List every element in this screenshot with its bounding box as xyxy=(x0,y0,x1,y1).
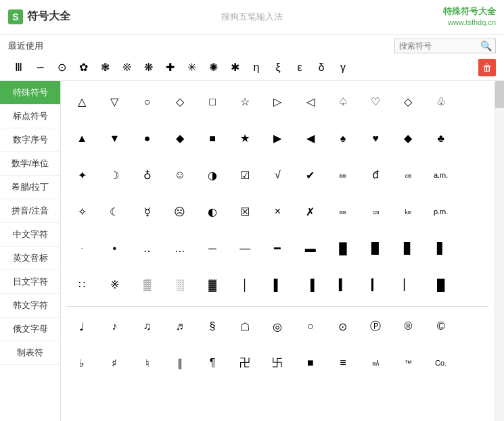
sym-block-full2[interactable]: █ xyxy=(426,270,457,301)
sym-block-1-8[interactable]: ▏ xyxy=(392,270,423,301)
sym-spade-outline[interactable]: ♤ xyxy=(327,86,359,118)
sym-pilcrow[interactable]: ¶ xyxy=(197,347,228,378)
sym-block-7-8[interactable]: ▉ xyxy=(360,233,391,264)
sym-club-filled[interactable]: ♣ xyxy=(426,123,457,154)
sym-registered[interactable]: ® xyxy=(392,311,423,342)
sym-em-dash[interactable]: — xyxy=(229,233,260,264)
sym-block-3-4[interactable]: ▊ xyxy=(392,233,423,264)
sidebar-item-math[interactable]: 数学/单位 xyxy=(0,152,60,176)
sym-x-heavy[interactable]: ✗ xyxy=(295,196,326,227)
sym-triple-bar[interactable]: ≡ xyxy=(327,347,359,378)
sym-grid-pattern[interactable]: ▒ xyxy=(131,270,162,301)
search-input[interactable] xyxy=(399,41,480,51)
scrollbar[interactable] xyxy=(495,81,504,421)
sym-rect-med[interactable]: ▬ xyxy=(295,233,326,264)
sym-dash-thick[interactable]: ━ xyxy=(262,233,293,264)
sym-square-filled[interactable]: ■ xyxy=(197,123,228,154)
sym-earth[interactable]: ♁ xyxy=(131,159,162,191)
sym-ma[interactable]: ㎃ xyxy=(360,347,391,378)
sym-diamond-outline[interactable]: ◇ xyxy=(164,86,196,118)
sym-crescent[interactable]: ☽ xyxy=(99,159,130,191)
sidebar-item-special[interactable]: 特殊符号 xyxy=(0,81,60,105)
sidebar-item-russian[interactable]: 俄文字母 xyxy=(0,318,60,341)
sym-reference[interactable]: ※ xyxy=(99,270,130,301)
sym-diamond2-outline[interactable]: ◇ xyxy=(392,86,423,118)
recent-sym-1[interactable]: Ⅲ xyxy=(8,57,28,78)
recent-sym-11[interactable]: ✱ xyxy=(225,57,245,78)
sym-circle-filled[interactable]: ● xyxy=(131,123,162,154)
sidebar-item-table[interactable]: 制表符 xyxy=(0,341,60,365)
sym-crescent2[interactable]: ☾ xyxy=(99,196,130,227)
recent-sym-13[interactable]: ξ xyxy=(268,57,288,78)
sym-square-black[interactable]: ■ xyxy=(295,347,326,378)
sym-gear-outline[interactable]: ✦ xyxy=(66,159,97,191)
sym-block-5-8[interactable]: ▋ xyxy=(426,233,457,264)
sym-four-dots[interactable]: ∷ xyxy=(66,270,97,301)
sym-club-outline[interactable]: ♧ xyxy=(426,86,457,118)
sym-bullet[interactable]: • xyxy=(99,233,130,264)
recent-sym-10[interactable]: ✺ xyxy=(203,57,223,78)
sym-vert-bar[interactable]: │ xyxy=(229,270,260,301)
sym-circle-dot[interactable]: ⊙ xyxy=(327,311,359,342)
sym-beamed-notes[interactable]: ♫ xyxy=(131,311,162,342)
sym-shogi[interactable]: ☖ xyxy=(229,311,260,342)
sym-block-full[interactable]: █ xyxy=(327,233,359,264)
sym-diamond2-filled[interactable]: ◆ xyxy=(392,123,423,154)
sym-right-tri-outline[interactable]: ▷ xyxy=(262,86,293,118)
sym-block-3-8[interactable]: ▍ xyxy=(327,270,359,301)
sym-right-tri-filled[interactable]: ▶ xyxy=(262,123,293,154)
sym-km[interactable]: ㎞ xyxy=(392,196,423,227)
sym-natural[interactable]: ♮ xyxy=(131,347,162,378)
sym-inv-triangle-filled[interactable]: ▼ xyxy=(99,123,130,154)
recent-sym-8[interactable]: ✚ xyxy=(160,57,180,78)
sym-bullseye[interactable]: ◎ xyxy=(262,311,293,342)
sym-triangle-filled[interactable]: ▲ xyxy=(66,123,97,154)
sym-spade-filled[interactable]: ♠ xyxy=(327,123,359,154)
delete-recent-button[interactable]: 🗑 xyxy=(478,59,496,76)
sym-block-1-4[interactable]: ▎ xyxy=(360,270,391,301)
sym-flat[interactable]: ♭ xyxy=(66,347,97,378)
sym-left-tri-filled[interactable]: ◀ xyxy=(295,123,326,154)
sym-checkbox-checked[interactable]: ☑ xyxy=(229,159,260,191)
sym-inv-triangle-outline[interactable]: ▽ xyxy=(99,86,130,118)
sym-dot-small[interactable]: · xyxy=(66,233,97,264)
sym-d-stroke[interactable]: đ xyxy=(360,159,391,191)
sym-half-circle-l[interactable]: ◐ xyxy=(197,196,228,227)
sym-quarter-note[interactable]: ♩ xyxy=(66,311,97,342)
sym-section[interactable]: § xyxy=(197,311,228,342)
recent-sym-14[interactable]: ε xyxy=(290,57,310,78)
sym-sharp[interactable]: ♯ xyxy=(99,347,130,378)
sym-trademark[interactable]: ™ xyxy=(392,347,423,378)
sym-left-half[interactable]: ▌ xyxy=(262,270,293,301)
recent-sym-2[interactable]: ∽ xyxy=(30,57,50,78)
sym-left-tri-outline[interactable]: ◁ xyxy=(295,86,326,118)
sym-cm[interactable]: ㎝ xyxy=(392,159,423,191)
sym-frowny[interactable]: ☹ xyxy=(164,196,196,227)
sym-checkmark[interactable]: √ xyxy=(262,159,293,191)
sym-cm2[interactable]: ㎝ xyxy=(360,196,391,227)
sym-swastika-l[interactable]: 卍 xyxy=(229,347,260,378)
sym-heart-filled[interactable]: ♥ xyxy=(360,123,391,154)
sym-diamond-filled[interactable]: ◆ xyxy=(164,123,196,154)
search-box[interactable]: 🔍 xyxy=(394,39,496,53)
sym-light-shade[interactable]: ░ xyxy=(164,270,196,301)
sym-gear-filled[interactable]: ✧ xyxy=(66,196,97,227)
sym-double-beamed[interactable]: ♬ xyxy=(164,311,196,342)
sym-eighth-note[interactable]: ♪ xyxy=(99,311,130,342)
recent-sym-4[interactable]: ✿ xyxy=(73,57,93,78)
sym-mm[interactable]: ㎜ xyxy=(327,159,359,191)
sym-dash-thin[interactable]: ─ xyxy=(197,233,228,264)
sym-triangle-outline[interactable]: △ xyxy=(66,86,97,118)
site-link[interactable]: 特殊符号大全 www.tsfhdq.cn xyxy=(443,5,496,28)
sym-square-outline[interactable]: □ xyxy=(197,86,228,118)
sym-circle-outline[interactable]: ○ xyxy=(131,86,162,118)
sidebar-item-pinyin[interactable]: 拼音/注音 xyxy=(0,199,60,223)
sidebar-item-japanese[interactable]: 日文字符 xyxy=(0,270,60,294)
sym-parallel[interactable]: ∥ xyxy=(164,347,196,378)
sym-check-heavy[interactable]: ✔ xyxy=(295,159,326,191)
recent-sym-9[interactable]: ✳ xyxy=(181,57,202,78)
recent-sym-6[interactable]: ❊ xyxy=(116,57,137,78)
sym-ellipsis[interactable]: … xyxy=(164,233,196,264)
sym-p-circle[interactable]: Ⓟ xyxy=(360,311,391,342)
sym-swastika-r[interactable]: 卐 xyxy=(262,347,293,378)
